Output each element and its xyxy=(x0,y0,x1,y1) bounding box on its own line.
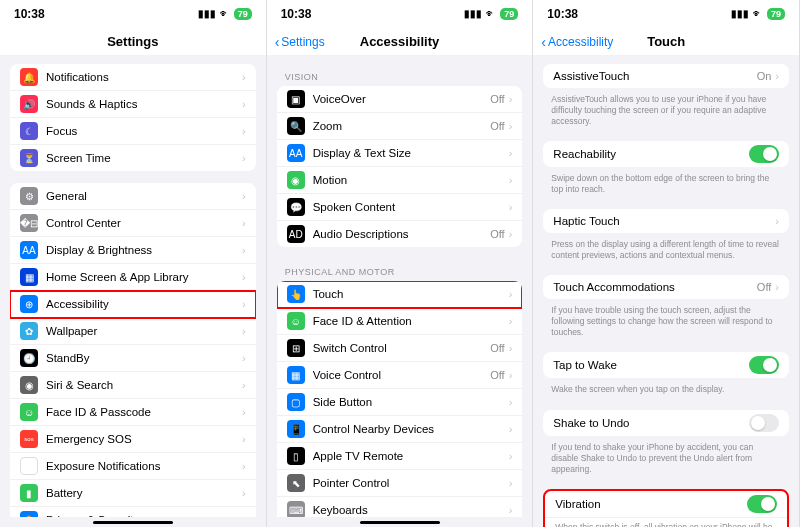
row-value: Off xyxy=(490,120,504,132)
screen-touch: 10:38 ▮▮▮ ᯤ 79 ‹ Accessibility Touch Ass… xyxy=(533,0,800,527)
chevron-right-icon: › xyxy=(509,315,513,327)
accessibility-row-motion[interactable]: ◉Motion› xyxy=(277,167,523,194)
toggle-shake-to-undo[interactable] xyxy=(749,414,779,432)
accessibility-row-switch-control[interactable]: ⊞Switch ControlOff› xyxy=(277,335,523,362)
chevron-right-icon: › xyxy=(509,201,513,213)
section-header-vision: VISION xyxy=(277,64,523,86)
row-label: Face ID & Attention xyxy=(313,315,509,327)
accessibility-row-voice-control[interactable]: ▦Voice ControlOff› xyxy=(277,362,523,389)
nav-header: ‹ Settings Accessibility xyxy=(267,28,533,56)
row-shake-to-undo[interactable]: Shake to Undo xyxy=(543,410,789,436)
toggle-reachability[interactable] xyxy=(749,145,779,163)
settings-row-emergency-sos[interactable]: sosEmergency SOS› xyxy=(10,426,256,453)
app-icon: ▦ xyxy=(287,366,305,384)
accessibility-row-audio-descriptions[interactable]: ADAudio DescriptionsOff› xyxy=(277,221,523,247)
accessibility-row-side-button[interactable]: ▢Side Button› xyxy=(277,389,523,416)
app-icon: 🔍 xyxy=(287,117,305,135)
settings-row-accessibility[interactable]: ⊕Accessibility› xyxy=(10,291,256,318)
app-icon: 👆 xyxy=(287,285,305,303)
hand-icon: ✋ xyxy=(20,511,38,517)
chevron-right-icon: › xyxy=(242,271,246,283)
app-icon: ☺ xyxy=(287,312,305,330)
grid-icon: ▦ xyxy=(20,268,38,286)
settings-row-battery[interactable]: ▮Battery› xyxy=(10,480,256,507)
footer-tap: Wake the screen when you tap on the disp… xyxy=(543,382,789,403)
siri-icon: ◉ xyxy=(20,376,38,394)
page-title: Settings xyxy=(107,34,158,49)
row-label: Switch Control xyxy=(313,342,491,354)
row-label: Accessibility xyxy=(46,298,242,310)
chevron-right-icon: › xyxy=(242,325,246,337)
footer-accom: If you have trouble using the touch scre… xyxy=(543,303,789,346)
row-label: VoiceOver xyxy=(313,93,491,105)
chevron-right-icon: › xyxy=(242,298,246,310)
home-indicator[interactable] xyxy=(93,521,173,524)
gear-icon: ⚙ xyxy=(20,187,38,205)
settings-row-privacy-security[interactable]: ✋Privacy & Security› xyxy=(10,507,256,517)
face-icon: ☺ xyxy=(20,403,38,421)
toggle-tap-to-wake[interactable] xyxy=(749,356,779,374)
row-haptic-touch[interactable]: Haptic Touch › xyxy=(543,209,789,233)
row-label: Emergency SOS xyxy=(46,433,242,445)
row-value: Off xyxy=(757,281,771,293)
accessibility-row-face-id-attention[interactable]: ☺Face ID & Attention› xyxy=(277,308,523,335)
row-label: Exposure Notifications xyxy=(46,460,242,472)
row-label: Wallpaper xyxy=(46,325,242,337)
settings-row-exposure-notifications[interactable]: ⊙Exposure Notifications› xyxy=(10,453,256,480)
row-label: Touch Accommodations xyxy=(553,281,757,293)
row-touch-accommodations[interactable]: Touch Accommodations Off › xyxy=(543,275,789,299)
accessibility-row-control-nearby-devices[interactable]: 📱Control Nearby Devices› xyxy=(277,416,523,443)
row-label: Screen Time xyxy=(46,152,242,164)
accessibility-row-touch[interactable]: 👆Touch› xyxy=(277,281,523,308)
chevron-right-icon: › xyxy=(242,460,246,472)
settings-row-screen-time[interactable]: ⏳Screen Time› xyxy=(10,145,256,171)
accessibility-row-apple-tv-remote[interactable]: ▯Apple TV Remote› xyxy=(277,443,523,470)
back-button[interactable]: ‹ Accessibility xyxy=(541,34,613,50)
chevron-right-icon: › xyxy=(509,396,513,408)
flower-icon: ✿ xyxy=(20,322,38,340)
status-bar: 10:38 ▮▮▮ ᯤ 79 xyxy=(0,0,266,28)
chevron-right-icon: › xyxy=(242,514,246,517)
settings-row-wallpaper[interactable]: ✿Wallpaper› xyxy=(10,318,256,345)
settings-row-siri-search[interactable]: ◉Siri & Search› xyxy=(10,372,256,399)
settings-row-display-brightness[interactable]: AADisplay & Brightness› xyxy=(10,237,256,264)
settings-row-notifications[interactable]: 🔔Notifications› xyxy=(10,64,256,91)
wifi-icon: ᯤ xyxy=(753,9,763,19)
settings-row-sounds-haptics[interactable]: 🔊Sounds & Haptics› xyxy=(10,91,256,118)
settings-row-focus[interactable]: ☾Focus› xyxy=(10,118,256,145)
settings-row-general[interactable]: ⚙General› xyxy=(10,183,256,210)
accessibility-row-zoom[interactable]: 🔍ZoomOff› xyxy=(277,113,523,140)
back-button[interactable]: ‹ Settings xyxy=(275,34,325,50)
accessibility-row-voiceover[interactable]: ▣VoiceOverOff› xyxy=(277,86,523,113)
settings-row-control-center[interactable]: �⊟Control Center› xyxy=(10,210,256,237)
settings-row-face-id-passcode[interactable]: ☺Face ID & Passcode› xyxy=(10,399,256,426)
settings-row-standby[interactable]: 🕘StandBy› xyxy=(10,345,256,372)
clock-icon: 🕘 xyxy=(20,349,38,367)
row-vibration[interactable]: Vibration xyxy=(545,491,787,518)
row-value: Off xyxy=(490,342,504,354)
accessibility-row-pointer-control[interactable]: ⬉Pointer Control› xyxy=(277,470,523,497)
row-assistivetouch[interactable]: AssistiveTouch On › xyxy=(543,64,789,88)
chevron-left-icon: ‹ xyxy=(541,34,546,50)
moon-icon: ☾ xyxy=(20,122,38,140)
app-icon: ⬉ xyxy=(287,474,305,492)
home-indicator[interactable] xyxy=(360,521,440,524)
row-reachability[interactable]: Reachability xyxy=(543,141,789,167)
accessibility-row-display-text-size[interactable]: AADisplay & Text Size› xyxy=(277,140,523,167)
row-label: Display & Text Size xyxy=(313,147,509,159)
app-icon: ◉ xyxy=(287,171,305,189)
chevron-right-icon: › xyxy=(242,244,246,256)
clock: 10:38 xyxy=(14,7,45,21)
toggle-vibration[interactable] xyxy=(747,495,777,513)
row-label: Side Button xyxy=(313,396,509,408)
accessibility-row-keyboards[interactable]: ⌨Keyboards› xyxy=(277,497,523,517)
row-label: Touch xyxy=(313,288,509,300)
row-label: Notifications xyxy=(46,71,242,83)
battery-icon: 79 xyxy=(500,8,518,20)
settings-row-home-screen-app-library[interactable]: ▦Home Screen & App Library› xyxy=(10,264,256,291)
row-label: Privacy & Security xyxy=(46,514,242,517)
status-bar: 10:38 ▮▮▮ ᯤ 79 xyxy=(533,0,799,28)
row-value: Off xyxy=(490,369,504,381)
row-tap-to-wake[interactable]: Tap to Wake xyxy=(543,352,789,378)
accessibility-row-spoken-content[interactable]: 💬Spoken Content› xyxy=(277,194,523,221)
